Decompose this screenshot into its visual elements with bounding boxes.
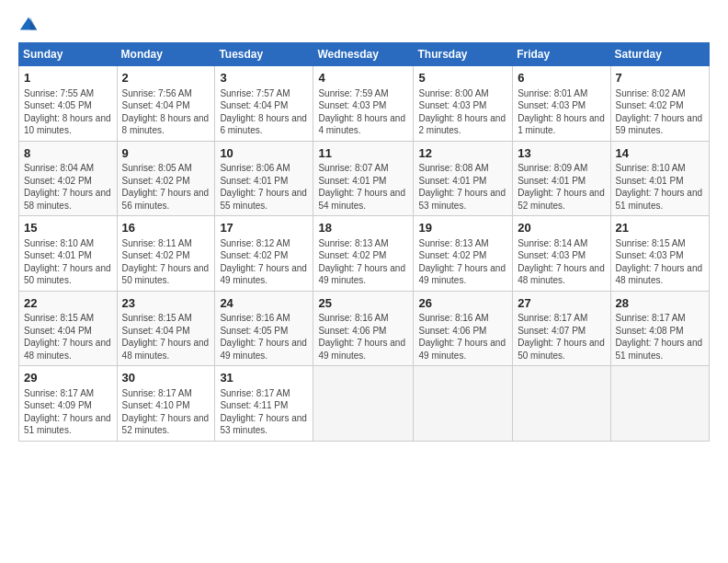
day-info: Sunrise: 8:17 AMSunset: 4:08 PMDaylight:… [616, 313, 703, 361]
calendar-day-cell: 26Sunrise: 8:16 AMSunset: 4:06 PMDayligh… [414, 291, 513, 366]
day-number: 25 [318, 295, 408, 312]
day-number: 15 [24, 220, 112, 236]
calendar-day-cell [313, 366, 414, 442]
day-info: Sunrise: 8:13 AMSunset: 4:02 PMDaylight:… [318, 238, 405, 286]
weekday-header: Thursday [414, 43, 513, 66]
weekday-header: Tuesday [215, 43, 313, 66]
calendar-day-cell: 13Sunrise: 8:09 AMSunset: 4:01 PMDayligh… [513, 141, 610, 216]
day-info: Sunrise: 8:15 AMSunset: 4:04 PMDaylight:… [122, 313, 210, 361]
calendar-day-cell: 7Sunrise: 8:02 AMSunset: 4:02 PMDaylight… [610, 66, 709, 142]
day-number: 1 [24, 70, 112, 86]
calendar-week-row: 15Sunrise: 8:10 AMSunset: 4:01 PMDayligh… [19, 216, 710, 292]
day-number: 17 [220, 220, 308, 236]
day-number: 29 [24, 370, 112, 386]
day-number: 19 [418, 220, 507, 236]
calendar-week-row: 1Sunrise: 7:55 AMSunset: 4:05 PMDaylight… [19, 66, 710, 142]
day-number: 24 [220, 295, 308, 312]
day-info: Sunrise: 8:17 AMSunset: 4:09 PMDaylight:… [24, 388, 111, 436]
day-info: Sunrise: 8:02 AMSunset: 4:02 PMDaylight:… [616, 88, 703, 136]
day-info: Sunrise: 8:09 AMSunset: 4:01 PMDaylight:… [518, 163, 605, 211]
day-info: Sunrise: 8:14 AMSunset: 4:03 PMDaylight:… [518, 238, 605, 286]
day-info: Sunrise: 8:16 AMSunset: 4:06 PMDaylight:… [318, 313, 405, 361]
calendar-day-cell: 14Sunrise: 8:10 AMSunset: 4:01 PMDayligh… [610, 141, 709, 216]
day-info: Sunrise: 8:10 AMSunset: 4:01 PMDaylight:… [24, 238, 111, 286]
weekday-header: Saturday [610, 43, 709, 66]
calendar-day-cell: 10Sunrise: 8:06 AMSunset: 4:01 PMDayligh… [215, 141, 313, 216]
day-number: 31 [220, 370, 308, 386]
day-info: Sunrise: 8:00 AMSunset: 4:03 PMDaylight:… [418, 88, 506, 136]
day-number: 8 [24, 145, 112, 162]
day-number: 30 [122, 370, 210, 386]
calendar-day-cell: 8Sunrise: 8:04 AMSunset: 4:02 PMDaylight… [19, 141, 118, 216]
page: SundayMondayTuesdayWednesdayThursdayFrid… [0, 0, 728, 563]
calendar-day-cell: 21Sunrise: 8:15 AMSunset: 4:03 PMDayligh… [610, 216, 709, 292]
calendar-day-cell: 28Sunrise: 8:17 AMSunset: 4:08 PMDayligh… [610, 291, 709, 366]
calendar-day-cell: 17Sunrise: 8:12 AMSunset: 4:02 PMDayligh… [215, 216, 313, 292]
day-info: Sunrise: 8:12 AMSunset: 4:02 PMDaylight:… [220, 238, 307, 286]
calendar-day-cell: 29Sunrise: 8:17 AMSunset: 4:09 PMDayligh… [19, 366, 118, 442]
day-info: Sunrise: 8:16 AMSunset: 4:06 PMDaylight:… [418, 313, 506, 361]
day-number: 26 [418, 295, 507, 312]
weekday-header: Monday [117, 43, 215, 66]
day-info: Sunrise: 8:15 AMSunset: 4:03 PMDaylight:… [616, 238, 703, 286]
day-info: Sunrise: 7:55 AMSunset: 4:05 PMDaylight:… [24, 88, 111, 136]
day-number: 16 [122, 220, 210, 236]
weekday-header: Sunday [19, 43, 118, 66]
day-number: 4 [318, 70, 408, 86]
calendar-day-cell: 12Sunrise: 8:08 AMSunset: 4:01 PMDayligh… [414, 141, 513, 216]
day-number: 28 [616, 295, 704, 312]
day-info: Sunrise: 8:07 AMSunset: 4:01 PMDaylight:… [318, 163, 405, 211]
calendar-day-cell: 9Sunrise: 8:05 AMSunset: 4:02 PMDaylight… [117, 141, 215, 216]
calendar-day-cell: 19Sunrise: 8:13 AMSunset: 4:02 PMDayligh… [414, 216, 513, 292]
day-info: Sunrise: 8:17 AMSunset: 4:10 PMDaylight:… [122, 388, 210, 436]
calendar-table: SundayMondayTuesdayWednesdayThursdayFrid… [18, 42, 710, 442]
calendar-week-row: 29Sunrise: 8:17 AMSunset: 4:09 PMDayligh… [19, 366, 710, 442]
day-info: Sunrise: 8:11 AMSunset: 4:02 PMDaylight:… [122, 238, 210, 286]
calendar-day-cell: 22Sunrise: 8:15 AMSunset: 4:04 PMDayligh… [19, 291, 118, 366]
logo-icon [18, 15, 39, 35]
day-number: 12 [418, 145, 507, 162]
day-info: Sunrise: 8:01 AMSunset: 4:03 PMDaylight:… [518, 88, 605, 136]
calendar-day-cell [414, 366, 513, 442]
calendar-day-cell [513, 366, 610, 442]
weekday-header: Wednesday [313, 43, 414, 66]
day-number: 2 [122, 70, 210, 86]
calendar-day-cell: 5Sunrise: 8:00 AMSunset: 4:03 PMDaylight… [414, 66, 513, 142]
calendar-day-cell [610, 366, 709, 442]
day-info: Sunrise: 7:56 AMSunset: 4:04 PMDaylight:… [122, 88, 210, 136]
calendar-week-row: 22Sunrise: 8:15 AMSunset: 4:04 PMDayligh… [19, 291, 710, 366]
calendar-day-cell: 30Sunrise: 8:17 AMSunset: 4:10 PMDayligh… [117, 366, 215, 442]
day-number: 22 [24, 295, 112, 312]
day-info: Sunrise: 7:57 AMSunset: 4:04 PMDaylight:… [220, 88, 307, 136]
calendar-day-cell: 18Sunrise: 8:13 AMSunset: 4:02 PMDayligh… [313, 216, 414, 292]
day-number: 14 [616, 145, 704, 162]
logo [18, 15, 42, 35]
calendar-day-cell: 16Sunrise: 8:11 AMSunset: 4:02 PMDayligh… [117, 216, 215, 292]
calendar-day-cell: 25Sunrise: 8:16 AMSunset: 4:06 PMDayligh… [313, 291, 414, 366]
day-number: 9 [122, 145, 210, 162]
day-number: 20 [518, 220, 605, 236]
calendar-day-cell: 20Sunrise: 8:14 AMSunset: 4:03 PMDayligh… [513, 216, 610, 292]
calendar-day-cell: 4Sunrise: 7:59 AMSunset: 4:03 PMDaylight… [313, 66, 414, 142]
day-info: Sunrise: 8:15 AMSunset: 4:04 PMDaylight:… [24, 313, 111, 361]
weekday-header: Friday [513, 43, 610, 66]
day-info: Sunrise: 8:04 AMSunset: 4:02 PMDaylight:… [24, 163, 111, 211]
day-info: Sunrise: 8:10 AMSunset: 4:01 PMDaylight:… [616, 163, 703, 211]
calendar-day-cell: 15Sunrise: 8:10 AMSunset: 4:01 PMDayligh… [19, 216, 118, 292]
calendar-day-cell: 27Sunrise: 8:17 AMSunset: 4:07 PMDayligh… [513, 291, 610, 366]
day-number: 5 [418, 70, 507, 86]
day-number: 7 [616, 70, 704, 86]
calendar-day-cell: 11Sunrise: 8:07 AMSunset: 4:01 PMDayligh… [313, 141, 414, 216]
day-number: 6 [518, 70, 605, 86]
day-number: 11 [318, 145, 408, 162]
day-number: 21 [616, 220, 704, 236]
day-info: Sunrise: 8:16 AMSunset: 4:05 PMDaylight:… [220, 313, 307, 361]
svg-marker-1 [30, 17, 37, 30]
day-info: Sunrise: 7:59 AMSunset: 4:03 PMDaylight:… [318, 88, 405, 136]
day-number: 27 [518, 295, 605, 312]
day-number: 10 [220, 145, 308, 162]
day-info: Sunrise: 8:17 AMSunset: 4:11 PMDaylight:… [220, 388, 307, 436]
calendar-week-row: 8Sunrise: 8:04 AMSunset: 4:02 PMDaylight… [19, 141, 710, 216]
calendar-day-cell: 2Sunrise: 7:56 AMSunset: 4:04 PMDaylight… [117, 66, 215, 142]
calendar-day-cell: 1Sunrise: 7:55 AMSunset: 4:05 PMDaylight… [19, 66, 118, 142]
